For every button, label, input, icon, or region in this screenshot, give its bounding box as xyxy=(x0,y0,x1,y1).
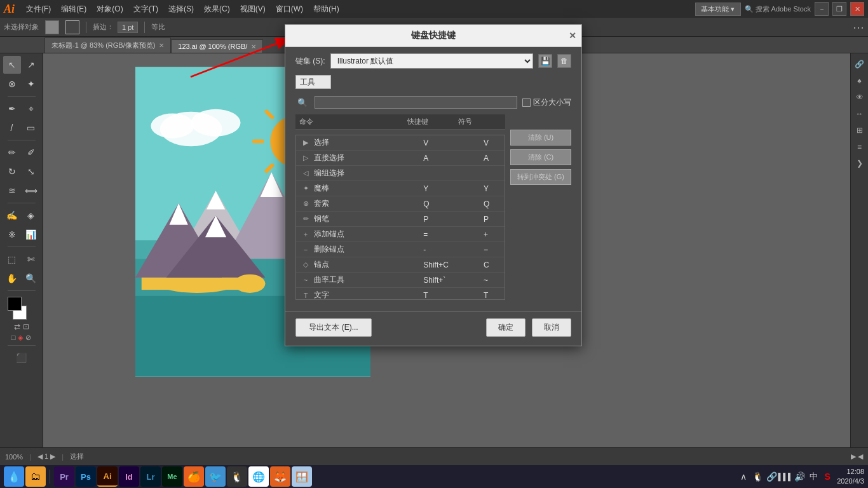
tool-separator-5 xyxy=(8,290,36,291)
right-tool-5[interactable]: ⊞ xyxy=(853,123,867,137)
taskbar-app-premiere[interactable]: Pr xyxy=(54,466,74,487)
taskbar-app-illustrator[interactable]: Ai xyxy=(97,466,118,487)
tool-scale[interactable]: ⤡ xyxy=(22,163,40,180)
toolbar-expand-btn[interactable]: ⋯ xyxy=(853,20,864,34)
taskbar-app-bird[interactable]: 🐦 xyxy=(205,466,226,487)
tab-close-1[interactable]: ✕ xyxy=(251,43,256,50)
menu-file[interactable]: 文件(F) xyxy=(21,1,56,17)
tool-direct-select[interactable]: ↗ xyxy=(22,56,40,74)
tool-graph[interactable]: 📊 xyxy=(22,226,40,243)
page-nav: ◀ 1 ▶ xyxy=(37,452,55,461)
tray-penguin-icon[interactable]: 🐧 xyxy=(752,471,763,482)
tool-hand[interactable]: ✋ xyxy=(3,269,21,287)
tool-separator-2 xyxy=(8,140,36,140)
tab-close-0[interactable]: ✕ xyxy=(159,42,164,49)
menu-object[interactable]: 对象(O) xyxy=(92,1,128,17)
swap-colors-btn[interactable]: ⇄ xyxy=(14,322,20,331)
fill-color-swatch[interactable] xyxy=(45,20,59,34)
tool-symbol[interactable]: ※ xyxy=(3,226,21,243)
tool-separator-4 xyxy=(8,247,36,247)
stroke-width-btn[interactable]: 1 pt xyxy=(118,22,138,33)
fill-stroke-icons: ⇄ ⊡ xyxy=(14,322,29,331)
menu-effect[interactable]: 效果(C) xyxy=(199,1,235,17)
doc-tab-1[interactable]: 123.ai @ 100% (RGB/ ✕ xyxy=(171,39,263,53)
system-tray: ∧ 🐧 🔗 ▌▌▌ 🔊 中 S 12:08 2020/4/3 xyxy=(738,467,864,487)
svg-point-4 xyxy=(270,116,322,168)
right-tool-6[interactable]: ≡ xyxy=(853,140,867,154)
minimize-btn[interactable]: － xyxy=(815,2,829,16)
stroke-color-swatch[interactable] xyxy=(65,20,79,34)
tool-lasso[interactable]: ⊗ xyxy=(3,75,21,93)
svg-rect-27 xyxy=(135,296,370,377)
taskbar-app-files[interactable]: 🗂 xyxy=(25,466,46,487)
tool-pencil[interactable]: ✐ xyxy=(22,144,40,161)
tool-line[interactable]: / xyxy=(3,119,21,137)
svg-point-28 xyxy=(234,274,266,293)
taskbar-app-balloon[interactable]: 🪟 xyxy=(292,466,312,487)
menu-select[interactable]: 选择(S) xyxy=(163,1,199,17)
canvas-area[interactable] xyxy=(43,53,850,447)
stock-search[interactable]: 🔍 搜索 Adobe Stock xyxy=(745,4,811,14)
tool-draw-mode[interactable]: ⬛ xyxy=(13,349,31,367)
menu-window[interactable]: 窗口(W) xyxy=(271,1,308,17)
menu-view[interactable]: 视图(V) xyxy=(235,1,271,17)
taskbar-app-fruit[interactable]: 🍊 xyxy=(184,466,204,487)
svg-point-14 xyxy=(191,109,241,137)
tool-artboard[interactable]: ⬚ xyxy=(3,250,21,268)
taskbar-app-photoshop[interactable]: Ps xyxy=(76,466,96,487)
tray-s-icon[interactable]: S xyxy=(822,471,833,482)
doc-tab-0[interactable]: 未标题-1 @ 83% (RGB/像素预览) ✕ xyxy=(44,37,171,53)
status-text: 选择 xyxy=(70,452,84,461)
right-tool-4[interactable]: ↔ xyxy=(853,107,867,121)
color-mode-btn[interactable]: □ xyxy=(11,334,16,342)
tool-eyedropper[interactable]: ✍ xyxy=(3,207,21,224)
tool-pen[interactable]: ✒ xyxy=(3,100,21,118)
taskbar-sep-1 xyxy=(50,470,50,484)
stroke-label: 插边： xyxy=(93,22,114,32)
right-tool-3[interactable]: 👁 xyxy=(853,90,867,104)
tool-width[interactable]: ⟺ xyxy=(22,182,40,200)
taskbar-app-encoder[interactable]: Me xyxy=(162,466,182,487)
taskbar-app-penguin[interactable]: 🐧 xyxy=(227,466,247,487)
taskbar-app-chrome[interactable]: 🌐 xyxy=(248,466,269,487)
tray-lang-icon[interactable]: 中 xyxy=(808,471,819,482)
tool-shape[interactable]: ▭ xyxy=(22,119,40,137)
taskbar-app-lightroom[interactable]: Lr xyxy=(140,466,161,487)
tool-select[interactable]: ↖ xyxy=(3,56,21,74)
taskbar-app-indesign[interactable]: Id xyxy=(119,466,139,487)
menu-edit[interactable]: 编辑(E) xyxy=(56,1,92,17)
tool-blend[interactable]: ◈ xyxy=(22,207,40,224)
tool-warp[interactable]: ≋ xyxy=(3,182,21,200)
tray-signal-icon[interactable]: ▌▌▌ xyxy=(780,471,791,482)
menu-type[interactable]: 文字(T) xyxy=(128,1,163,17)
restore-btn[interactable]: ❐ xyxy=(832,2,846,16)
main-area: ↖ ↗ ⊗ ✦ ✒ ⌖ / ▭ ✏ ✐ ↻ ⤡ ≋ ⟺ ✍ xyxy=(0,53,868,447)
tray-volume-icon[interactable]: 🔊 xyxy=(794,471,805,482)
default-colors-btn[interactable]: ⊡ xyxy=(23,322,29,331)
none-mode-btn[interactable]: ⊘ xyxy=(25,334,31,342)
status-expand[interactable]: ▶ ◀ xyxy=(851,452,863,461)
tool-rotate[interactable]: ↻ xyxy=(3,163,21,180)
tray-network-icon[interactable]: 🔗 xyxy=(766,471,777,482)
workspace-selector[interactable]: 基本功能 ▾ xyxy=(695,3,740,16)
tool-zoom[interactable]: 🔍 xyxy=(22,269,40,287)
tool-slice[interactable]: ✄ xyxy=(22,250,40,268)
right-tool-1[interactable]: 🔗 xyxy=(853,57,867,71)
zoom-level[interactable]: 100% xyxy=(5,453,23,461)
taskbar-app-fox[interactable]: 🦊 xyxy=(270,466,290,487)
taskbar: 💧 🗂 Pr Ps Ai Id Lr Me 🍊 🐦 🐧 🌐 🦊 🪟 ∧ xyxy=(0,465,868,488)
taskbar-app-raindrop[interactable]: 💧 xyxy=(4,466,24,487)
tool-paintbrush[interactable]: ✏ xyxy=(3,144,21,161)
color-swatches xyxy=(8,297,36,320)
gradient-mode-btn[interactable]: ◈ xyxy=(18,334,23,342)
tray-up-arrow[interactable]: ∧ xyxy=(738,471,749,482)
foreground-color[interactable] xyxy=(8,297,22,311)
right-tool-7[interactable]: ❯ xyxy=(853,156,867,170)
menu-help[interactable]: 帮助(H) xyxy=(308,1,344,17)
svg-point-15 xyxy=(151,114,194,139)
tool-type[interactable]: ⌖ xyxy=(22,100,40,118)
close-btn[interactable]: ✕ xyxy=(850,2,864,16)
ratio-label: 等比 xyxy=(151,22,165,32)
tool-magic-wand[interactable]: ✦ xyxy=(22,75,40,93)
right-tool-2[interactable]: ♠ xyxy=(853,74,867,88)
